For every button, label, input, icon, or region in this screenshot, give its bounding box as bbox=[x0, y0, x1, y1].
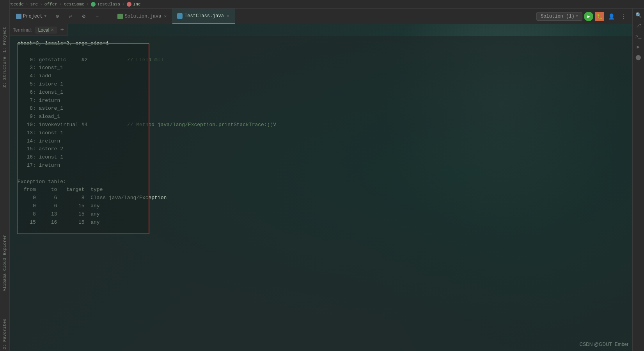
solution-java-icon bbox=[117, 14, 123, 19]
code-line-4: 4: iadd bbox=[18, 72, 624, 80]
code-line-3: 3: iconst_1 bbox=[18, 64, 624, 72]
solution-dropdown-btn[interactable]: Solution (1) ▼ bbox=[536, 12, 582, 21]
solution-label: Solution (1) bbox=[541, 14, 574, 19]
code-line-13: 13: iconst_1 bbox=[18, 129, 624, 137]
globe-icon: ⊕ bbox=[56, 13, 59, 20]
breadcrumb-offer: offer bbox=[44, 2, 57, 7]
right-sidebar-run[interactable]: ▶ bbox=[634, 42, 643, 52]
code-header-line: stack=2, locals=3, args_size=1 bbox=[18, 40, 624, 48]
main-content: stack=2, locals=3, args_size=1 0: getsta… bbox=[10, 36, 632, 351]
sidebar-item-favorites[interactable]: 2: Favorites bbox=[2, 317, 8, 351]
debug-button[interactable]: 🐛 bbox=[595, 12, 604, 21]
settings-icon: ⚙ bbox=[82, 13, 85, 20]
project-button[interactable]: Project ▼ bbox=[13, 12, 50, 21]
right-sidebar-git[interactable]: ⎇ bbox=[634, 21, 643, 30]
sidebar-item-structure-z[interactable]: Z: Structure bbox=[2, 55, 8, 89]
exception-row-0: 0 6 8 Class java/lang/Exception bbox=[18, 194, 624, 202]
terminal-label: Terminal: bbox=[13, 27, 32, 33]
sidebar-bottom: Alibaba Cloud Explorer bbox=[2, 233, 8, 293]
code-line-7: 7: ireturn bbox=[18, 97, 624, 105]
run-icon: ▶ bbox=[587, 14, 590, 20]
run-button[interactable]: ▶ bbox=[584, 12, 593, 21]
tab-testclass-label: TestClass.java bbox=[185, 13, 224, 19]
debug-icon: 🐛 bbox=[597, 14, 603, 20]
inc-icon bbox=[127, 2, 131, 7]
code-line-5: 5: istore_1 bbox=[18, 80, 624, 89]
breadcrumb-testclass: TestClass bbox=[97, 2, 120, 7]
tab-solution-label: Solution.java bbox=[125, 14, 161, 19]
right-sidebar-debug[interactable]: ⬤ bbox=[634, 53, 643, 62]
profile-icon: 👤 bbox=[608, 13, 615, 20]
code-comment-10: // Method java/lang/Exception.printStack… bbox=[127, 122, 276, 128]
terminal-local-tab[interactable]: Local ✕ bbox=[35, 27, 57, 34]
code-line-0: 0: getstatic #2 // Field m:I bbox=[18, 56, 624, 64]
code-line-6: 6: iconst_1 bbox=[18, 89, 624, 97]
tab-solution-close[interactable]: ✕ bbox=[163, 14, 167, 19]
code-line-15: 15: astore_2 bbox=[18, 145, 624, 153]
split-icon: ⇌ bbox=[69, 13, 72, 20]
code-line-14: 14: ireturn bbox=[18, 137, 624, 146]
project-icon bbox=[16, 14, 21, 19]
code-comment-0: // Field m:I bbox=[127, 57, 164, 63]
minimize-button[interactable]: − bbox=[92, 11, 103, 22]
sidebar-item-cloud-explorer[interactable]: Alibaba Cloud Explorer bbox=[2, 233, 8, 293]
tab-bar: Solution.java ✕ TestClass.java ✕ bbox=[113, 9, 235, 24]
breadcrumb-testsome: testSome bbox=[64, 2, 84, 7]
terminal-tab-label: Local bbox=[38, 27, 50, 33]
split-button[interactable]: ⇌ bbox=[65, 11, 76, 22]
left-sidebar: 1: Project Z: Structure Alibaba Cloud Ex… bbox=[0, 0, 10, 351]
solution-dropdown-arrow: ▼ bbox=[576, 14, 578, 18]
exception-row-3: 15 16 15 any bbox=[18, 219, 624, 227]
testclass-icon bbox=[91, 2, 96, 7]
breadcrumb-src: src bbox=[30, 2, 38, 7]
settings-button[interactable]: ⚙ bbox=[78, 11, 89, 22]
tab-testclass-java[interactable]: TestClass.java ✕ bbox=[172, 9, 235, 24]
project-label: Project bbox=[23, 14, 43, 19]
profile-button[interactable]: 👤 bbox=[606, 11, 617, 22]
breadcrumb-inc: Inc bbox=[133, 2, 141, 7]
tab-solution-java[interactable]: Solution.java ✕ bbox=[113, 9, 172, 24]
terminal-add-button[interactable]: + bbox=[60, 27, 64, 34]
exception-columns: from to target type bbox=[18, 186, 624, 194]
exception-row-1: 0 6 15 any bbox=[18, 202, 624, 210]
right-sidebar: 🔍 ⎇ >_ ▶ ⬤ bbox=[632, 9, 644, 351]
top-right-actions: Solution (1) ▼ ▶ 🐛 👤 ⋮ bbox=[533, 9, 632, 24]
code-line-8: 8: astore_1 bbox=[18, 105, 624, 113]
more-button[interactable]: ⋮ bbox=[618, 11, 629, 22]
sidebar-item-project[interactable]: 1: Project bbox=[2, 25, 8, 54]
globe-button[interactable]: ⊕ bbox=[52, 11, 63, 22]
exception-header: Exception table: bbox=[18, 178, 624, 186]
exception-row-2: 8 13 15 any bbox=[18, 210, 624, 219]
title-bar: leetcode › src › offer › testSome › Test… bbox=[0, 0, 644, 9]
minimize-icon: − bbox=[96, 13, 99, 20]
project-dropdown-arrow: ▼ bbox=[44, 14, 46, 18]
code-line-10: 10: invokevirtual #4 // Method java/lang… bbox=[18, 121, 624, 129]
code-line-16: 16: iconst_1 bbox=[18, 153, 624, 162]
testclass-java-icon bbox=[177, 13, 183, 19]
watermark: CSDN @GDUT_Ember bbox=[579, 342, 628, 347]
terminal-header: Terminal: Local ✕ + bbox=[10, 24, 67, 36]
right-sidebar-search[interactable]: 🔍 bbox=[634, 11, 643, 20]
code-area[interactable]: stack=2, locals=3, args_size=1 0: getsta… bbox=[10, 36, 632, 351]
code-line-17: 17: ireturn bbox=[18, 162, 624, 170]
code-line-9: 9: aload_1 bbox=[18, 113, 624, 121]
right-sidebar-terminal[interactable]: >_ bbox=[634, 32, 643, 41]
terminal-tab-close[interactable]: ✕ bbox=[51, 28, 54, 32]
tab-testclass-close[interactable]: ✕ bbox=[226, 13, 230, 18]
breadcrumb: leetcode › src › offer › testSome › Test… bbox=[3, 2, 141, 7]
more-icon: ⋮ bbox=[621, 13, 626, 20]
